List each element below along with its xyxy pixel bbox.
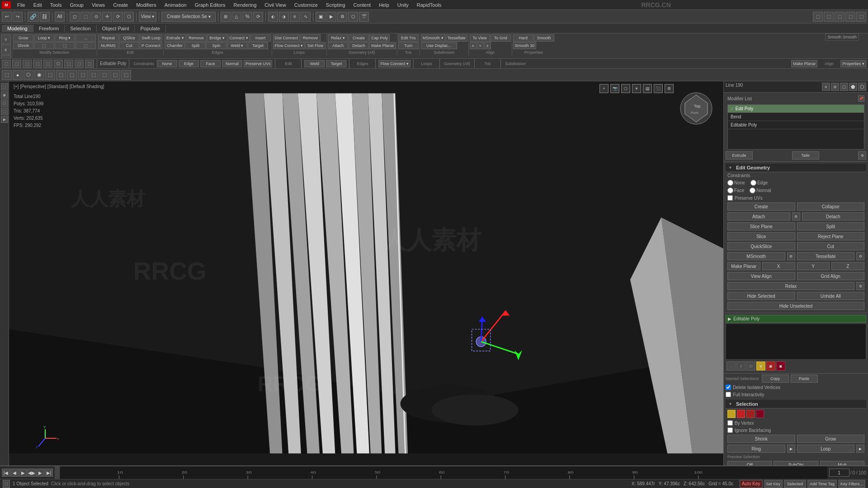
vp-render-btn[interactable]: ▤ <box>643 84 652 93</box>
edit-geometry-header[interactable]: ▼ Edit Geometry <box>726 164 866 172</box>
spin-btn[interactable]: Spin <box>206 42 226 49</box>
timeline-strip[interactable]: 10 20 30 40 50 60 70 80 90 <box>55 466 827 479</box>
sel-edge[interactable]: / <box>736 361 745 371</box>
sidebar-btn-3[interactable]: ⬡ <box>1 99 8 107</box>
stack-settings[interactable]: ⚙ <box>858 151 866 160</box>
insert-btn[interactable]: Insert <box>250 34 271 42</box>
vp-cam-btn[interactable]: 📷 <box>610 84 619 93</box>
grow-btn[interactable]: Grow <box>13 34 33 42</box>
sel-vertex[interactable]: · <box>726 361 736 371</box>
by-vertex-check[interactable] <box>727 420 733 426</box>
split2-btn[interactable]: Split <box>185 42 206 49</box>
edge-mode-3[interactable]: ⬚ <box>33 60 42 68</box>
set-key-btn[interactable]: Set Key <box>764 480 783 488</box>
modifier-bend[interactable]: Bend <box>728 113 864 121</box>
nurms-btn[interactable]: NURMS <box>98 42 118 49</box>
rp-icon-2[interactable]: ≡ <box>831 83 839 91</box>
prev-frame-btn[interactable]: ◀ <box>10 469 19 477</box>
make-planar-btn2[interactable]: Make Planar <box>727 262 760 270</box>
ep-icon-edge[interactable]: E <box>1 45 11 55</box>
modifier-pin[interactable]: 📌 <box>858 95 864 102</box>
tab-selection[interactable]: Selection <box>65 25 96 32</box>
loop-sel-btn[interactable]: Loop <box>797 445 855 453</box>
spinner-snap-btn[interactable]: ⟳ <box>253 12 263 22</box>
y-align-btn[interactable]: Y <box>797 262 830 270</box>
sel-border[interactable]: □ <box>746 361 755 371</box>
collapse-btn2[interactable]: Collapse <box>797 202 865 211</box>
viewport[interactable]: RRCG 人人素材 RRCG 人人素材 [+] [Perspective] [S… <box>9 81 723 465</box>
extrude-sub[interactable]: Extrude <box>726 151 753 160</box>
edge-mode-0[interactable]: ⬚ <box>2 60 11 68</box>
attach-settings[interactable]: ⚙ <box>792 212 800 221</box>
vp-layout-btn[interactable]: ⬛ <box>654 84 663 93</box>
to-view-btn[interactable]: To View <box>470 34 490 42</box>
create-sel-set[interactable]: Create Selection Se ▾ <box>161 12 216 22</box>
delete-isolated-check[interactable] <box>726 385 731 390</box>
scale-btn[interactable]: ⬡ <box>124 12 134 22</box>
menu-file[interactable]: File <box>14 1 29 9</box>
select-region-btn[interactable]: ⬚ <box>80 12 90 22</box>
z-align-btn[interactable]: Z <box>831 262 864 270</box>
sel-poly[interactable]: ■ <box>756 361 765 371</box>
icon-tb-8[interactable]: ⬚ <box>78 70 88 80</box>
pconnect-btn[interactable]: P Connect <box>140 42 162 49</box>
icon-tb-3[interactable]: ⬡ <box>24 70 33 80</box>
sidebar-btn-1[interactable]: ⬚ <box>1 83 8 90</box>
relax-btn2[interactable]: Relax <box>727 282 854 290</box>
sidebar-btn-5[interactable]: ▶ <box>1 116 8 123</box>
sel-element[interactable]: ▣ <box>766 361 775 371</box>
turn2-btn[interactable]: Turn <box>398 42 419 49</box>
play-btn[interactable]: ▶ <box>19 469 27 477</box>
extrude-btn[interactable]: Extrude ▾ <box>165 34 186 42</box>
ignore-backfacing-check[interactable] <box>727 427 733 433</box>
attach2-btn[interactable]: Attach <box>328 42 348 49</box>
add-time-tag-btn[interactable]: Add Time Tag <box>807 480 837 488</box>
redo-btn[interactable]: ↪ <box>13 12 23 22</box>
right-tb-3[interactable]: ⬚ <box>835 12 844 22</box>
material-editor[interactable]: ⬡ <box>348 12 358 22</box>
bridge-btn[interactable]: Bridge ▾ <box>207 34 227 42</box>
menu-rapidtools[interactable]: RapidTools <box>413 1 445 9</box>
icon-tb-1[interactable]: ⬚ <box>2 70 12 80</box>
detach-btn2[interactable]: Detach <box>802 212 865 221</box>
icon-tb-9[interactable]: ⬚ <box>89 70 99 80</box>
icon-tb-4[interactable]: ◉ <box>34 70 44 80</box>
taile-sub[interactable]: Taile <box>792 151 819 160</box>
select-link-btn[interactable]: 🔗 <box>28 12 39 22</box>
split-btn2[interactable]: Split <box>797 222 865 230</box>
repeat-btn[interactable]: Repeat <box>98 34 118 42</box>
menu-customize[interactable]: Customize <box>291 1 321 9</box>
status-icon1[interactable]: ⬚ <box>3 480 10 488</box>
edge-mode-6[interactable]: ⬚ <box>64 60 73 68</box>
properties-sub[interactable]: Properties ▾ <box>840 60 866 67</box>
z-btn[interactable]: Z <box>484 42 491 49</box>
icon-tb-5[interactable]: ⬚ <box>45 70 55 80</box>
selected-btn[interactable]: Selected <box>784 480 806 488</box>
tessellate-tb[interactable]: Tessellate <box>446 34 467 42</box>
detach2-btn[interactable]: Detach <box>349 42 369 49</box>
grid-align-btn2[interactable]: Grid Align <box>797 272 865 280</box>
sel-color-darkred[interactable] <box>746 410 755 418</box>
menu-modifiers[interactable]: Modifiers <box>132 1 160 9</box>
go-end-btn[interactable]: ▶| <box>45 469 53 477</box>
rp-icon-5[interactable]: ⬡ <box>858 83 866 91</box>
edge-mode-7[interactable]: ⬚ <box>75 60 84 68</box>
relax-settings[interactable]: ⚙ <box>856 282 864 290</box>
menu-animation[interactable]: Animation <box>161 1 190 9</box>
constraint-none[interactable] <box>727 180 733 186</box>
ring-arrow[interactable]: ▶ <box>787 445 795 453</box>
menu-group[interactable]: Group <box>66 1 87 9</box>
full-interactivity-check[interactable] <box>726 392 731 397</box>
tab-modeling[interactable]: Modeling <box>2 25 33 32</box>
shrink-sel-btn[interactable]: Shrink <box>727 435 795 443</box>
frame-input[interactable] <box>829 469 849 477</box>
preserve-uvs[interactable]: Preserve UVs <box>244 60 273 67</box>
edge-mode-2[interactable]: ⬚ <box>23 60 32 68</box>
vp-plus-btn[interactable]: + <box>599 84 609 93</box>
sidebar-btn-2[interactable]: ◉ <box>1 91 8 99</box>
menu-civil-view[interactable]: Civil View <box>261 1 289 9</box>
named-sel-paste[interactable]: Paste <box>791 375 818 383</box>
dots4-btn[interactable]: ⬚ <box>75 42 96 49</box>
constraint-edge[interactable] <box>750 180 756 186</box>
slice-btn2[interactable]: Slice <box>727 232 795 240</box>
